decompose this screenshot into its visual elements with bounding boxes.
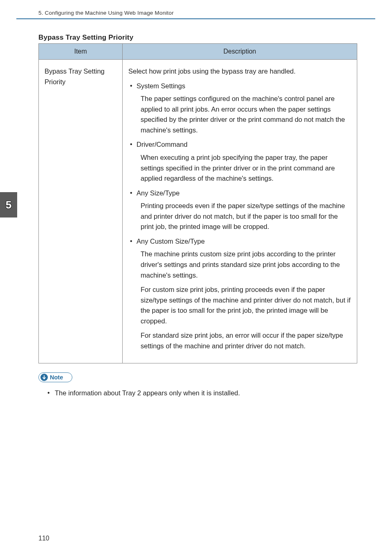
running-header: 5. Configuring the Machine Using Web Ima…	[38, 10, 174, 16]
option-title: Any Size/Type	[137, 188, 351, 199]
cell-item: Bypass Tray Setting Priority	[39, 60, 123, 363]
table-caption: Bypass Tray Setting Priority	[38, 34, 357, 42]
list-item: Any Size/Type Printing proceeds even if …	[137, 188, 351, 232]
note-badge: Note	[38, 372, 72, 382]
chapter-tab: 5	[0, 192, 17, 217]
list-item: The information about Tray 2 appears onl…	[55, 388, 357, 398]
header-rule	[16, 18, 375, 19]
cell-description: Select how print jobs using the bypass t…	[123, 60, 357, 363]
option-title: System Settings	[137, 81, 351, 92]
option-title: Driver/Command	[137, 139, 351, 150]
list-item: Any Custom Size/Type The machine prints …	[137, 236, 351, 352]
option-list: System Settings The paper settings confi…	[128, 81, 351, 352]
page-number: 110	[38, 535, 49, 542]
note-block: Note The information about Tray 2 appear…	[38, 372, 357, 398]
option-paragraph: For standard size print jobs, an error w…	[141, 330, 351, 351]
description-intro: Select how print jobs using the bypass t…	[128, 66, 351, 77]
option-paragraph: The paper settings configured on the mac…	[141, 94, 351, 135]
option-paragraph: Printing proceeds even if the paper size…	[141, 201, 351, 232]
option-paragraph: For custom size print jobs, printing pro…	[141, 285, 351, 326]
note-list: The information about Tray 2 appears onl…	[38, 388, 357, 398]
list-item: System Settings The paper settings confi…	[137, 81, 351, 136]
list-item: Driver/Command When executing a print jo…	[137, 139, 351, 184]
table-row: Bypass Tray Setting Priority Select how …	[39, 60, 357, 363]
settings-table: Item Description Bypass Tray Setting Pri…	[38, 43, 357, 363]
column-header-description: Description	[123, 44, 357, 60]
note-label: Note	[50, 374, 63, 381]
column-header-item: Item	[39, 44, 123, 60]
arrow-down-icon	[40, 374, 48, 381]
option-paragraph: When executing a print job specifying th…	[141, 152, 351, 184]
page-content: Bypass Tray Setting Priority Item Descri…	[38, 34, 357, 398]
option-paragraph: The machine prints custom size print job…	[141, 249, 351, 280]
option-title: Any Custom Size/Type	[137, 236, 351, 247]
